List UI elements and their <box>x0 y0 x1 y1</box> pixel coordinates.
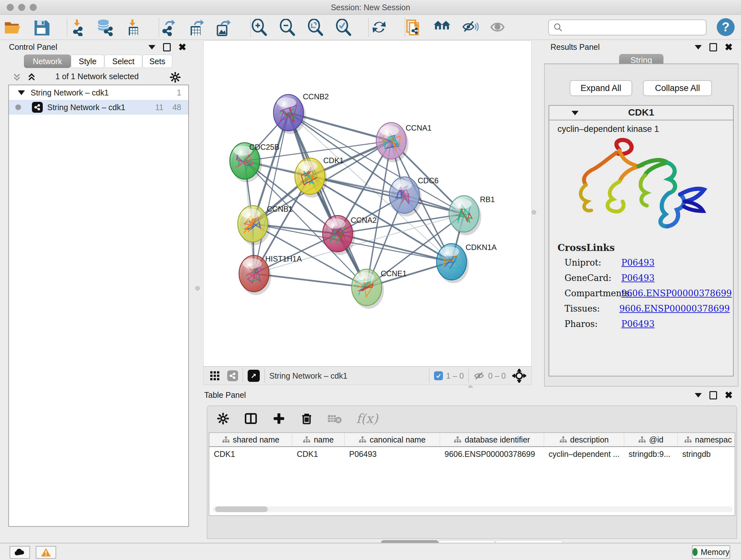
table-row[interactable]: CDK1CDK1P064939606.ENSP00000378699cyclin… <box>209 447 735 461</box>
column-header-namespac[interactable]: namespac <box>678 433 735 446</box>
table-options-gear-icon[interactable] <box>216 412 230 425</box>
tab-network[interactable]: Network <box>24 55 71 68</box>
left-splitter-handle[interactable] <box>195 286 200 291</box>
column-header-description[interactable]: description <box>544 433 624 446</box>
edge-CCNB2-HIST1H1A[interactable] <box>254 113 288 273</box>
float-panel-icon[interactable] <box>163 43 171 51</box>
column-header-canonical-name[interactable]: canonical name <box>345 433 440 446</box>
node-HIST1H1A[interactable]: HIST1H1A <box>239 254 302 295</box>
open-in-new-window-icon[interactable] <box>248 370 260 382</box>
crosslink-link[interactable]: P06493 <box>621 258 655 267</box>
expand-all-button[interactable]: Expand All <box>569 80 632 96</box>
crosslink-link[interactable]: 9606.ENSP00000378699 <box>621 288 732 298</box>
help-icon[interactable]: ? <box>717 18 735 36</box>
export-table-button[interactable] <box>187 17 206 37</box>
results-panel-title: Results Panel <box>550 43 600 52</box>
window-title: Session: New Session <box>0 3 741 12</box>
toolbar-separator <box>67 18 67 37</box>
show-columns-icon[interactable] <box>244 412 258 426</box>
scrollbar-thumb[interactable] <box>215 506 268 512</box>
refresh-button[interactable] <box>369 17 389 37</box>
node-CDKN1A[interactable]: CDKN1A <box>436 243 496 283</box>
open-file-button[interactable] <box>2 17 22 37</box>
panel-menu-icon[interactable] <box>148 45 155 50</box>
tab-select[interactable]: Select <box>105 55 142 68</box>
memory-button[interactable]: Memory <box>692 545 730 559</box>
copy-document-button[interactable] <box>404 17 423 37</box>
table-cell[interactable]: CDK1 <box>209 447 292 461</box>
houses-button[interactable] <box>432 17 452 37</box>
network-collection-row[interactable]: String Network – cdk1 1 <box>9 85 188 100</box>
collapse-all-button[interactable]: Collapse All <box>643 80 712 96</box>
eye-slash-button[interactable] <box>461 17 480 37</box>
delete-column-icon[interactable] <box>300 412 313 425</box>
table-cell[interactable]: stringdb:9... <box>624 447 678 461</box>
node-CCNA2[interactable]: CCNA2 <box>323 215 377 255</box>
column-header--id[interactable]: @id <box>624 433 678 446</box>
node-CCNE1[interactable]: CCNE1 <box>352 269 407 309</box>
search-input[interactable] <box>566 23 706 32</box>
crosslink-link[interactable]: P06493 <box>621 273 655 283</box>
panel-menu-icon[interactable] <box>695 393 702 397</box>
import-network-button[interactable] <box>67 17 87 37</box>
node-CCNB1[interactable]: CCNB1 <box>238 205 293 245</box>
zoom-out-button[interactable] <box>277 17 297 37</box>
eye-button[interactable] <box>488 17 508 37</box>
node-label-HIST1H1A: HIST1H1A <box>265 254 302 263</box>
network-graph[interactable]: CCNB2CCNA1CDC25BCDK1CDC6RB1CCNB1CCNA2CDK… <box>204 41 531 366</box>
panel-menu-icon[interactable] <box>695 45 702 50</box>
export-image-button[interactable] <box>213 17 233 37</box>
crosslink-label: Compartments: <box>557 288 621 298</box>
table-header-row: shared name name canonical name database… <box>209 433 735 447</box>
zoom-selected-button[interactable] <box>333 17 353 37</box>
cloud-button[interactable] <box>10 546 30 559</box>
warnings-button[interactable] <box>36 546 56 559</box>
zoom-in-button[interactable] <box>249 17 269 37</box>
float-panel-icon[interactable] <box>710 391 717 399</box>
table-cell[interactable]: stringdb <box>678 447 735 461</box>
add-column-icon[interactable] <box>272 412 286 426</box>
grid-view-icon[interactable] <box>209 370 220 381</box>
node-table[interactable]: shared name name canonical name database… <box>209 432 735 516</box>
birds-eye-share-icon[interactable] <box>227 370 238 381</box>
tab-sets[interactable]: Sets <box>142 55 172 68</box>
network-options-gear-icon[interactable] <box>169 71 181 83</box>
table-cell[interactable]: cyclin–dependent ... <box>544 447 624 461</box>
fit-content-crosshair-icon[interactable] <box>512 369 526 383</box>
save-session-icon <box>33 19 50 36</box>
search-icon <box>553 22 563 33</box>
crosslink-link[interactable]: 9606.ENSP00000378699 <box>619 304 730 314</box>
save-session-button[interactable] <box>31 17 51 37</box>
tab-style[interactable]: Style <box>71 55 105 68</box>
close-panel-icon[interactable]: ✖ <box>725 391 733 399</box>
column-header-database-identifier[interactable]: database identifier <box>440 433 544 446</box>
import-database-button[interactable] <box>95 17 115 37</box>
table-cell[interactable]: P06493 <box>345 447 440 461</box>
close-panel-icon[interactable]: ✖ <box>725 43 733 51</box>
node-label-RB1: RB1 <box>480 195 495 204</box>
selected-checkbox-icon[interactable] <box>434 371 443 380</box>
column-header-name[interactable]: name <box>292 433 345 446</box>
crosslink-link[interactable]: P06493 <box>621 319 655 329</box>
node-RB1[interactable]: RB1 <box>449 195 495 235</box>
float-panel-icon[interactable] <box>710 43 717 51</box>
node-CCNB2[interactable]: CCNB2 <box>273 92 329 134</box>
table-cell[interactable]: 9606.ENSP00000378699 <box>440 447 544 461</box>
network-name: String Network – cdk1 <box>47 103 125 112</box>
edge-CDK1-RB1[interactable] <box>310 176 464 214</box>
zoom-fit-button[interactable] <box>306 17 325 37</box>
import-table-button[interactable] <box>124 17 143 37</box>
table-horizontal-scrollbar[interactable] <box>212 506 733 512</box>
column-header-shared-name[interactable]: shared name <box>209 433 292 446</box>
node-CDC6[interactable]: CDC6 <box>389 176 439 216</box>
collection-expand-icon[interactable] <box>18 90 25 95</box>
node-CCNA1[interactable]: CCNA1 <box>376 123 431 162</box>
network-canvas[interactable]: CCNB2CCNA1CDC25BCDK1CDC6RB1CCNB1CCNA2CDK… <box>203 41 532 367</box>
right-splitter-handle[interactable] <box>532 210 536 214</box>
network-row[interactable]: String Network – cdk1 11 48 <box>9 100 188 115</box>
close-panel-icon[interactable]: ✖ <box>179 43 186 51</box>
table-cell[interactable]: CDK1 <box>292 447 345 461</box>
control-panel-title: Control Panel <box>9 43 57 52</box>
export-network-button[interactable] <box>158 17 179 37</box>
hierarchy-icon <box>638 436 646 443</box>
